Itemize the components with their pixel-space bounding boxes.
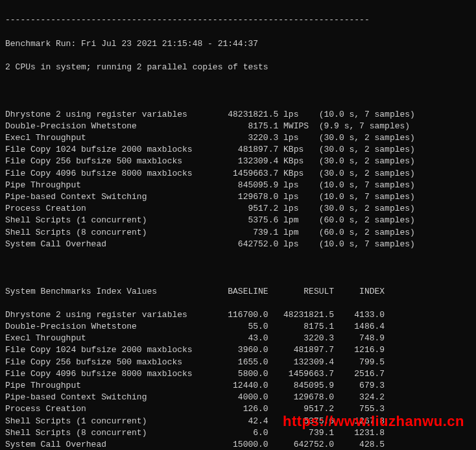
benchmark-run-line: Benchmark Run: Fri Jul 23 2021 21:15:48 …: [5, 38, 471, 50]
index-row: Shell Scripts (1 concurrent) 42.4 5375.6…: [5, 416, 471, 427]
index-row: File Copy 1024 bufsize 2000 maxblocks 39…: [5, 344, 471, 356]
result-row: Dhrystone 2 using register variables 482…: [5, 109, 471, 121]
index-row: Pipe-based Context Switching 4000.0 1296…: [5, 392, 471, 403]
result-row: Shell Scripts (1 concurrent) 5375.6 lpm …: [5, 215, 471, 226]
index-row: Double-Precision Whetstone 55.0 8175.1 1…: [5, 321, 471, 333]
index-row: File Copy 4096 bufsize 8000 maxblocks 58…: [5, 368, 471, 380]
index-row: Process Creation 126.0 9517.2 755.3: [5, 403, 471, 415]
result-row: Execl Throughput 3220.3 lps (30.0 s, 2 s…: [5, 132, 471, 144]
blank-line: [5, 262, 471, 274]
index-table: Dhrystone 2 using register variables 116…: [5, 309, 471, 450]
index-row: File Copy 256 bufsize 500 maxblocks 1655…: [5, 357, 471, 368]
result-row: System Call Overhead 642752.0 lps (10.0 …: [5, 239, 471, 250]
result-row: File Copy 4096 bufsize 8000 maxblocks 14…: [5, 168, 471, 180]
result-row: Pipe Throughput 845095.9 lps (10.0 s, 7 …: [5, 180, 471, 191]
result-row: Process Creation 9517.2 lps (30.0 s, 2 s…: [5, 203, 471, 215]
result-row: Double-Precision Whetstone 8175.1 MWIPS …: [5, 121, 471, 132]
index-row: Execl Throughput 43.0 3220.3 748.9: [5, 333, 471, 344]
index-header-row: System Benchmarks Index Values BASELINE …: [5, 286, 471, 298]
results-block: Dhrystone 2 using register variables 482…: [5, 109, 471, 250]
result-row: Shell Scripts (8 concurrent) 739.1 lpm (…: [5, 227, 471, 239]
index-row: Shell Scripts (8 concurrent) 6.0 739.1 1…: [5, 427, 471, 439]
terminal-output: ----------------------------------------…: [0, 0, 476, 450]
separator-line: ----------------------------------------…: [5, 14, 471, 26]
result-row: File Copy 1024 bufsize 2000 maxblocks 48…: [5, 144, 471, 156]
result-row: File Copy 256 bufsize 500 maxblocks 1323…: [5, 156, 471, 167]
index-row: Pipe Throughput 12440.0 845095.9 679.3: [5, 380, 471, 392]
index-row: System Call Overhead 15000.0 642752.0 42…: [5, 439, 471, 450]
index-row: Dhrystone 2 using register variables 116…: [5, 309, 471, 321]
result-row: Pipe-based Context Switching 129678.0 lp…: [5, 191, 471, 203]
blank-line: [5, 85, 471, 97]
cpu-info-line: 2 CPUs in system; running 2 parallel cop…: [5, 62, 471, 73]
